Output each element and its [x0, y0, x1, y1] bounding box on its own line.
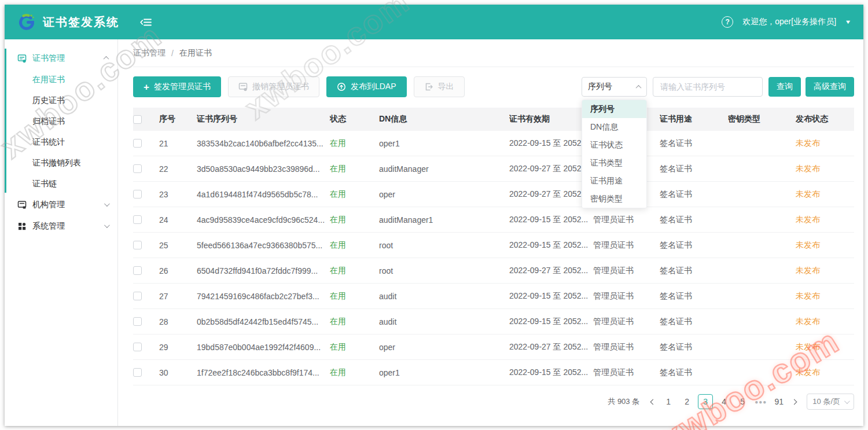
- revoke-cert-icon: [238, 82, 248, 91]
- col-header-no: 序号: [159, 114, 197, 124]
- cell-no: 30: [159, 368, 197, 377]
- col-header-publish: 发布状态: [796, 114, 854, 124]
- page-button-4[interactable]: 4: [716, 394, 731, 409]
- cell-type: 管理员证书: [593, 317, 660, 327]
- cell-validity: 2022-09-15 至 2052...: [509, 138, 593, 149]
- publish-to-ldap-button[interactable]: 发布到LDAP: [326, 76, 407, 97]
- chevron-up-icon: [104, 56, 109, 62]
- row-checkbox[interactable]: [133, 343, 142, 351]
- cell-dn: root: [379, 241, 509, 250]
- cell-type: 管理员证书: [593, 215, 660, 225]
- cell-serial: 19bd587e0b004ae1992f42f4609...: [197, 343, 330, 352]
- col-header-keytype: 密钥类型: [728, 114, 796, 124]
- selected-field-label: 序列号: [588, 82, 612, 92]
- row-checkbox[interactable]: [133, 266, 142, 275]
- query-button[interactable]: 查询: [768, 77, 801, 97]
- sidebar-subitem[interactable]: 证书链: [5, 173, 117, 194]
- issue-admin-cert-button[interactable]: + 签发管理员证书: [133, 76, 221, 97]
- dropdown-option[interactable]: 密钥类型: [582, 190, 646, 208]
- cell-usage: 签名证书: [660, 215, 728, 225]
- cell-serial: 5feed566136a47ec9366380b575...: [197, 241, 330, 250]
- cell-no: 27: [159, 292, 197, 301]
- sidebar-subitem[interactable]: 证书统计: [5, 131, 117, 152]
- row-checkbox[interactable]: [133, 241, 142, 249]
- search-field-select[interactable]: 序列号 序列号DN信息证书状态证书类型证书用途密钥类型: [582, 77, 647, 97]
- cell-validity: 2022-09-15 至 2052...: [509, 291, 593, 302]
- cell-serial: 0b2b58d5df42442fb15ed4f5745...: [197, 317, 330, 326]
- row-checkbox[interactable]: [133, 164, 142, 173]
- page-size-select[interactable]: 10 条/页: [807, 394, 854, 410]
- col-header-status: 状态: [330, 114, 379, 124]
- cell-status: 在用: [330, 189, 379, 200]
- cell-serial: 6504d732ffd941f0a72fddc7f999...: [197, 266, 330, 275]
- page-button-last[interactable]: 91: [771, 394, 786, 409]
- row-checkbox[interactable]: [133, 215, 142, 224]
- user-menu-caret-icon[interactable]: ▼: [845, 19, 852, 25]
- sidebar-item-org-management[interactable]: 机构管理: [5, 194, 117, 215]
- advanced-query-button[interactable]: 高级查询: [806, 77, 854, 97]
- col-header-usage: 证书用途: [660, 114, 728, 124]
- export-icon: [424, 82, 433, 91]
- breadcrumb-cert-management[interactable]: 证书管理: [133, 48, 165, 58]
- cell-validity: 2022-09-27 至 2052...: [509, 266, 593, 276]
- cell-status: 在用: [330, 138, 379, 149]
- page-button-2[interactable]: 2: [679, 394, 694, 409]
- cell-usage: 签名证书: [660, 266, 728, 276]
- table-row: 26 6504d732ffd941f0a72fddc7f999... 在用 ro…: [133, 258, 854, 284]
- dropdown-option[interactable]: 证书类型: [582, 154, 646, 172]
- cell-status: 在用: [330, 240, 379, 251]
- dropdown-option[interactable]: 序列号: [582, 100, 646, 118]
- cell-usage: 签名证书: [660, 342, 728, 352]
- sidebar-subitem[interactable]: 归档证书: [5, 111, 117, 131]
- table-row: 24 4ac9d95839ce4ace9cfd9c96c524... 在用 au…: [133, 207, 854, 233]
- cell-status: 在用: [330, 317, 379, 327]
- next-page-icon[interactable]: [790, 400, 799, 404]
- app-logo-icon: [17, 13, 36, 31]
- page-button-3[interactable]: 3: [698, 394, 713, 409]
- sidebar-item-label: 证书管理: [32, 53, 65, 64]
- page-button-5[interactable]: 5: [735, 394, 750, 409]
- plus-icon: +: [144, 82, 149, 92]
- more-pages-icon[interactable]: ●●●: [753, 399, 768, 405]
- sidebar-subitem[interactable]: 在用证书: [5, 69, 117, 90]
- search-input[interactable]: [653, 77, 763, 97]
- cell-no: 26: [159, 266, 197, 275]
- sidebar-item-cert-management[interactable]: 证书管理: [5, 47, 117, 69]
- row-checkbox[interactable]: [133, 368, 142, 377]
- row-checkbox[interactable]: [133, 317, 142, 326]
- menu-group-cert-management: 证书管理 在用证书历史证书归档证书证书统计证书撤销列表证书链: [5, 47, 117, 194]
- revoke-admin-cert-button[interactable]: 撤销管理员证书: [228, 76, 319, 97]
- cell-publish: 未发布: [796, 317, 854, 327]
- row-checkbox[interactable]: [133, 292, 142, 300]
- dropdown-option[interactable]: 证书状态: [582, 136, 646, 154]
- row-checkbox[interactable]: [133, 139, 142, 148]
- help-icon[interactable]: ?: [722, 16, 733, 28]
- cell-no: 22: [159, 164, 197, 174]
- cell-status: 在用: [330, 164, 379, 174]
- cell-validity: 2022-09-15 至 2052...: [509, 240, 593, 251]
- cell-status: 在用: [330, 291, 379, 302]
- dropdown-option[interactable]: DN信息: [582, 118, 646, 136]
- cell-publish: 未发布: [796, 240, 854, 251]
- prev-page-icon[interactable]: [649, 400, 657, 404]
- cell-type: 管理员证书: [593, 367, 660, 378]
- sidebar-subitem[interactable]: 历史证书: [5, 90, 117, 111]
- page-size-label: 10 条/页: [812, 396, 840, 407]
- screen: 证书签发系统 ? 欢迎您，oper[业务操作员] ▼: [0, 0, 868, 430]
- cell-validity: 2022-09-27 至 2052...: [509, 189, 593, 200]
- cell-dn: auditManager1: [379, 215, 509, 225]
- dropdown-option[interactable]: 证书用途: [582, 172, 646, 190]
- cell-status: 在用: [330, 215, 379, 225]
- sidebar-item-system-management[interactable]: 系统管理: [5, 215, 117, 237]
- cell-usage: 签名证书: [660, 317, 728, 327]
- select-all-checkbox[interactable]: [133, 115, 142, 124]
- page-button-1[interactable]: 1: [661, 394, 676, 409]
- cell-dn: audit: [379, 317, 509, 326]
- sidebar-subitem[interactable]: 证书撤销列表: [5, 152, 117, 173]
- row-checkbox[interactable]: [133, 190, 142, 199]
- table-row: 30 1f72ee2f18c246bca3bbc8f9f174... 在用 op…: [133, 360, 854, 385]
- collapse-sidebar-icon[interactable]: [140, 17, 152, 27]
- main-content: 证书管理 / 在用证书 + 签发管理员证书 撤销管理员证书: [118, 39, 863, 426]
- export-button[interactable]: 导出: [414, 76, 465, 97]
- cell-no: 29: [159, 343, 197, 352]
